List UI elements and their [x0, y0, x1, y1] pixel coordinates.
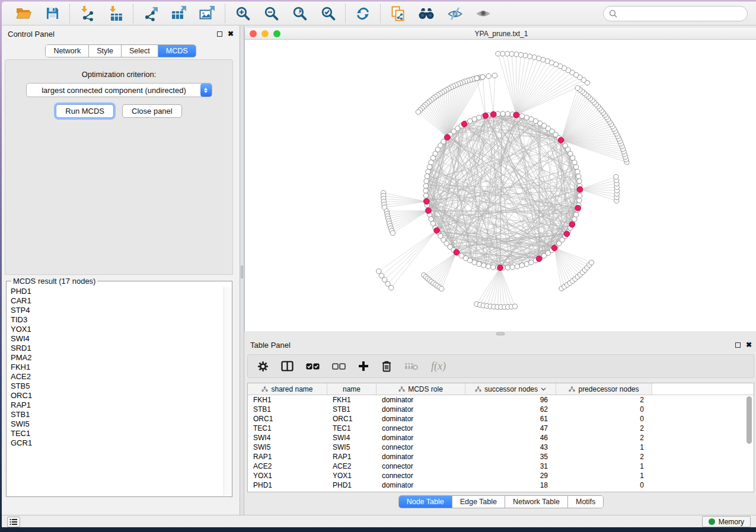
import-network-icon[interactable]: [78, 5, 96, 23]
float-panel-icon[interactable]: [217, 31, 222, 37]
table-cell[interactable]: 1: [556, 462, 652, 471]
table-cell[interactable]: STB1: [248, 405, 327, 414]
list-item[interactable]: FKH1: [7, 363, 223, 372]
table-cell[interactable]: 18: [465, 480, 556, 490]
list-item[interactable]: RAP1: [7, 400, 223, 410]
table-row[interactable]: STB1STB1dominator620: [248, 405, 754, 414]
tab-style[interactable]: Style: [89, 45, 122, 57]
column-header-mcds-role[interactable]: MCDS role: [377, 383, 465, 395]
network-graph[interactable]: [245, 40, 756, 334]
table-cell[interactable]: 0: [556, 414, 652, 424]
table-cell[interactable]: 2: [556, 424, 652, 433]
column-header-name[interactable]: name: [327, 383, 377, 395]
table-cell[interactable]: 2: [556, 452, 652, 462]
table-cell[interactable]: ORC1: [248, 414, 327, 424]
list-item[interactable]: STB5: [7, 382, 223, 391]
list-item[interactable]: STB1: [7, 410, 223, 419]
table-row[interactable]: SWI5SWI5connector431: [248, 443, 754, 452]
table-cell[interactable]: connector: [377, 443, 465, 452]
zoom-out-icon[interactable]: [262, 5, 280, 23]
table-row[interactable]: PHD1PHD1dominator180: [248, 480, 754, 490]
table-row[interactable]: RAP1RAP1dominator352: [248, 452, 754, 462]
save-icon[interactable]: [43, 5, 61, 23]
table-cell[interactable]: SWI4: [248, 433, 327, 443]
table-scrollbar[interactable]: [746, 396, 752, 491]
eye-slash-icon[interactable]: [446, 5, 464, 23]
tab-network[interactable]: Network: [46, 45, 89, 57]
zoom-in-icon[interactable]: [234, 5, 251, 23]
table-cell[interactable]: ACE2: [248, 462, 327, 471]
mcds-list-scrollbar[interactable]: [224, 287, 231, 496]
zoom-selected-icon[interactable]: [319, 5, 337, 23]
table-cell[interactable]: ORC1: [327, 414, 377, 424]
task-history-button[interactable]: [7, 517, 20, 527]
column-header-successor-nodes[interactable]: successor nodes: [465, 383, 556, 395]
table-cell[interactable]: 43: [465, 443, 556, 452]
list-item[interactable]: GCR1: [7, 438, 223, 448]
list-item[interactable]: SWI4: [7, 334, 223, 344]
minimize-window-icon[interactable]: [261, 30, 269, 37]
table-cell[interactable]: SWI5: [248, 443, 327, 452]
table-cell[interactable]: RAP1: [248, 452, 327, 462]
table-body[interactable]: FKH1FKH1dominator962STB1STB1dominator620…: [248, 395, 754, 490]
duplicate-network-icon[interactable]: [389, 5, 407, 23]
export-image-icon[interactable]: [199, 5, 216, 23]
table-cell[interactable]: FKH1: [327, 395, 377, 405]
float-table-panel-icon[interactable]: [735, 342, 741, 348]
table-cell[interactable]: 2: [556, 395, 652, 405]
tab-node-table[interactable]: Node Table: [399, 496, 452, 508]
table-cell[interactable]: RAP1: [327, 452, 377, 462]
table-cell[interactable]: YOX1: [327, 471, 377, 480]
table-cell[interactable]: connector: [377, 424, 465, 433]
table-row[interactable]: SWI4SWI4dominator462: [248, 433, 754, 443]
table-row[interactable]: ORC1ORC1dominator610: [248, 414, 754, 424]
table-row[interactable]: YOX1YOX1connector291: [248, 471, 754, 480]
table-cell[interactable]: 62: [465, 405, 556, 414]
list-item[interactable]: STP4: [7, 306, 223, 315]
add-icon[interactable]: [358, 359, 369, 373]
tab-mcds[interactable]: MCDS: [158, 45, 196, 57]
table-cell[interactable]: dominator: [377, 452, 465, 462]
list-item[interactable]: ORC1: [7, 391, 223, 400]
table-cell[interactable]: STB1: [327, 405, 377, 414]
tab-motifs[interactable]: Motifs: [568, 496, 603, 508]
table-cell[interactable]: dominator: [377, 433, 465, 443]
export-table-icon[interactable]: [170, 5, 188, 23]
list-item[interactable]: SRD1: [7, 344, 223, 353]
table-cell[interactable]: 61: [465, 414, 556, 424]
table-row[interactable]: ACE2ACE2connector311: [248, 462, 754, 471]
search-box[interactable]: [603, 6, 748, 21]
network-canvas[interactable]: [245, 40, 756, 334]
optimization-criterion-select[interactable]: largest connected component (undirected): [26, 83, 212, 97]
table-cell[interactable]: 46: [465, 433, 556, 443]
table-cell[interactable]: FKH1: [248, 395, 327, 405]
table-cell[interactable]: 1: [556, 443, 652, 452]
table-cell[interactable]: connector: [377, 462, 465, 471]
list-item[interactable]: PMA2: [7, 353, 223, 363]
run-mcds-button[interactable]: Run MCDS: [56, 104, 114, 118]
table-cell[interactable]: 35: [465, 452, 556, 462]
tab-edge-table[interactable]: Edge Table: [452, 496, 505, 508]
close-table-panel-icon[interactable]: ✖: [746, 341, 752, 348]
table-cell[interactable]: 31: [465, 462, 556, 471]
table-cell[interactable]: 96: [465, 395, 556, 405]
vertical-splitter[interactable]: [240, 25, 244, 516]
close-window-icon[interactable]: [250, 30, 257, 37]
node-table[interactable]: shared name name MCDS role successor nod…: [247, 383, 754, 492]
table-cell[interactable]: dominator: [377, 480, 465, 490]
list-item[interactable]: TEC1: [7, 429, 223, 438]
horizontal-splitter[interactable]: [244, 331, 756, 336]
select-all-icon[interactable]: [306, 359, 320, 373]
search-input[interactable]: [620, 9, 742, 18]
table-cell[interactable]: dominator: [377, 414, 465, 424]
table-cell[interactable]: connector: [377, 471, 465, 480]
table-cell[interactable]: PHD1: [327, 480, 377, 490]
table-row[interactable]: FKH1FKH1dominator962: [248, 395, 754, 405]
table-cell[interactable]: PHD1: [248, 480, 327, 490]
list-item[interactable]: TID3: [7, 315, 223, 325]
table-cell[interactable]: YOX1: [248, 471, 327, 480]
table-cell[interactable]: 1: [556, 471, 652, 480]
deselect-all-icon[interactable]: [332, 359, 346, 373]
eye-icon[interactable]: [474, 5, 492, 23]
table-cell[interactable]: TEC1: [248, 424, 327, 433]
